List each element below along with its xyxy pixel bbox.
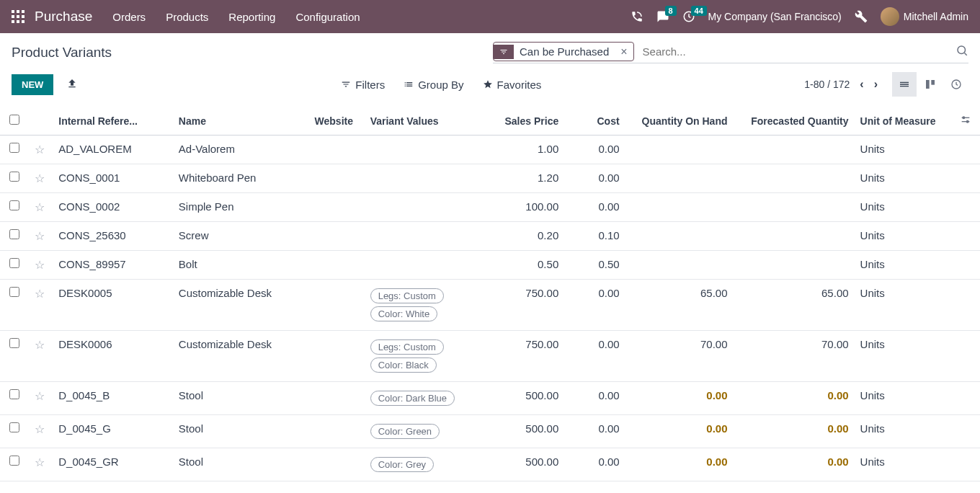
search-input[interactable] (640, 43, 956, 61)
cell-website (309, 331, 365, 382)
filters-dropdown[interactable]: Filters (341, 79, 385, 91)
control-panel: Product Variants Can be Purchased × NEW (0, 33, 980, 97)
table-row[interactable]: ☆ CONS_0001 Whiteboard Pen 1.20 0.00 Uni… (0, 164, 980, 193)
col-forecasted-quantity[interactable]: Forecasted Quantity (734, 107, 855, 136)
menu-products[interactable]: Products (166, 11, 208, 23)
row-checkbox[interactable] (9, 287, 19, 297)
product-table: Internal Refere... Name Website Variant … (0, 107, 980, 481)
row-checkbox[interactable] (9, 172, 19, 182)
pager-prev-icon[interactable]: ‹ (860, 78, 863, 91)
col-variant-values[interactable]: Variant Values (365, 107, 485, 136)
cell-cost: 0.00 (564, 448, 625, 481)
cell-variants (365, 164, 485, 193)
user-menu[interactable]: Mitchell Admin (881, 7, 968, 26)
cell-sales-price: 0.20 (484, 222, 564, 251)
search-bar[interactable]: Can be Purchased × (493, 42, 968, 63)
cell-variants (365, 136, 485, 164)
row-checkbox[interactable] (9, 456, 19, 466)
company-selector[interactable]: My Company (San Francisco) (708, 11, 842, 22)
table-row[interactable]: ☆ D_0045_G Stool Color: Green 500.00 0.0… (0, 415, 980, 448)
col-quantity-on-hand[interactable]: Quantity On Hand (625, 107, 734, 136)
table-row[interactable]: ☆ D_0045_B Stool Color: Dark Blue 500.00… (0, 382, 980, 415)
debug-icon[interactable] (855, 10, 868, 23)
row-checkbox[interactable] (9, 258, 19, 268)
star-icon[interactable]: ☆ (35, 288, 45, 300)
star-icon[interactable]: ☆ (35, 172, 45, 185)
table-row[interactable]: ☆ CONS_25630 Screw 0.20 0.10 Units (0, 222, 980, 251)
star-icon[interactable]: ☆ (35, 143, 45, 156)
col-internal-reference[interactable]: Internal Refere... (53, 107, 173, 136)
groupby-dropdown[interactable]: Group By (404, 79, 463, 91)
row-checkbox[interactable] (9, 229, 19, 239)
table-row[interactable]: ☆ DESK0006 Customizable Desk Legs: Custo… (0, 331, 980, 382)
cell-sales-price: 1.00 (484, 136, 564, 164)
row-checkbox[interactable] (9, 200, 19, 210)
col-cost[interactable]: Cost (564, 107, 625, 136)
col-unit-of-measure[interactable]: Unit of Measure (855, 107, 951, 136)
row-checkbox[interactable] (9, 338, 19, 348)
list-view-button[interactable] (892, 72, 917, 97)
col-sales-price[interactable]: Sales Price (484, 107, 564, 136)
table-row[interactable]: ☆ CONS_89957 Bolt 0.50 0.50 Units (0, 251, 980, 280)
star-icon[interactable]: ☆ (35, 423, 45, 435)
row-checkbox[interactable] (9, 422, 19, 432)
cell-ref: CONS_25630 (53, 222, 173, 251)
cell-ref: D_0045_G (53, 415, 173, 448)
favorites-label: Favorites (497, 79, 542, 91)
cell-website (309, 280, 365, 331)
app-name[interactable]: Purchase (35, 9, 92, 25)
cell-cost: 0.00 (564, 193, 625, 222)
menu-reporting[interactable]: Reporting (228, 11, 275, 23)
filter-remove-icon[interactable]: × (615, 45, 633, 58)
cell-variants (365, 251, 485, 280)
cell-cost: 0.00 (564, 280, 625, 331)
cell-name: Stool (173, 448, 309, 481)
table-row[interactable]: ☆ DESK0005 Customizable Desk Legs: Custo… (0, 280, 980, 331)
svg-rect-3 (12, 15, 14, 18)
upload-icon[interactable] (66, 78, 78, 92)
pager-next-icon[interactable]: › (874, 78, 878, 91)
cell-qoh (625, 251, 734, 280)
cell-website (309, 136, 365, 164)
star-icon[interactable]: ☆ (35, 259, 45, 271)
row-checkbox[interactable] (9, 143, 19, 153)
cell-cost: 0.50 (564, 251, 625, 280)
menu-orders[interactable]: Orders (112, 11, 146, 23)
cell-cost: 0.00 (564, 331, 625, 382)
star-icon[interactable]: ☆ (35, 390, 45, 402)
variant-tag: Legs: Custom (370, 339, 444, 355)
breadcrumb: Product Variants (12, 45, 493, 61)
table-row[interactable]: ☆ AD_VALOREM Ad-Valorem 1.00 0.00 Units (0, 136, 980, 164)
cell-name: Bolt (173, 251, 309, 280)
user-name: Mitchell Admin (904, 11, 968, 22)
kanban-view-button[interactable] (918, 72, 943, 97)
favorites-dropdown[interactable]: Favorites (483, 79, 542, 91)
cell-website (309, 164, 365, 193)
star-icon[interactable]: ☆ (35, 201, 45, 213)
star-icon[interactable]: ☆ (35, 456, 45, 468)
voip-icon[interactable] (631, 10, 643, 23)
star-icon[interactable]: ☆ (35, 230, 45, 242)
col-website[interactable]: Website (309, 107, 365, 136)
cell-sales-price: 1.20 (484, 164, 564, 193)
cell-variants: Legs: CustomColor: Black (365, 331, 485, 382)
filter-icon (494, 45, 514, 59)
svg-rect-13 (931, 80, 935, 85)
activity-view-button[interactable] (944, 72, 968, 97)
select-all-checkbox[interactable] (9, 115, 19, 125)
search-icon[interactable] (956, 44, 968, 59)
col-name[interactable]: Name (173, 107, 309, 136)
messages-icon[interactable]: 8 (656, 10, 669, 23)
new-button[interactable]: NEW (12, 74, 53, 95)
menu-configuration[interactable]: Configuration (295, 11, 360, 23)
cell-variants: Legs: CustomColor: White (365, 280, 485, 331)
activities-icon[interactable]: 44 (682, 10, 695, 23)
star-icon[interactable]: ☆ (35, 339, 45, 351)
svg-point-10 (958, 46, 966, 54)
apps-icon[interactable] (12, 10, 24, 23)
table-row[interactable]: ☆ D_0045_GR Stool Color: Grey 500.00 0.0… (0, 448, 980, 481)
row-checkbox[interactable] (9, 389, 19, 399)
table-row[interactable]: ☆ CONS_0002 Simple Pen 100.00 0.00 Units (0, 193, 980, 222)
pager-range[interactable]: 1-80 / 172 (804, 79, 850, 90)
column-settings-icon[interactable] (960, 116, 971, 128)
